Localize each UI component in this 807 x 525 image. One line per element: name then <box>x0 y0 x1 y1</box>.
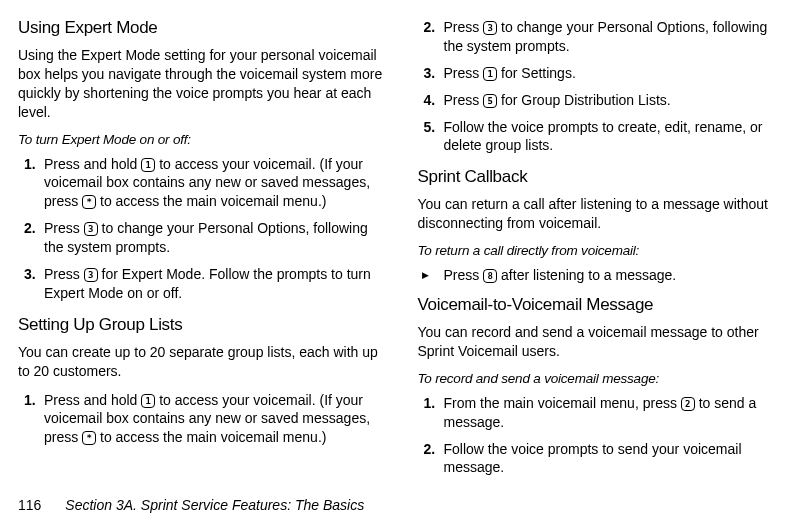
step-text: Follow the voice prompts to send your vo… <box>444 441 742 476</box>
subhead-callback: To return a call directly from voicemail… <box>418 243 790 258</box>
step-item: Follow the voice prompts to create, edit… <box>418 118 790 156</box>
step-text: to access the main voicemail menu.) <box>96 193 326 209</box>
key-star-icon: * <box>82 195 96 209</box>
key-star-icon: * <box>82 431 96 445</box>
step-text: Follow the voice prompts to create, edit… <box>444 119 763 154</box>
steps-expert-mode: Press and hold 1 to access your voicemai… <box>18 155 390 303</box>
step-item: Press 3 to change your Personal Options,… <box>18 219 390 257</box>
step-text: Press and hold <box>44 392 141 408</box>
step-text: Press <box>444 92 484 108</box>
key-2-icon: 2 <box>681 397 695 411</box>
intro-vm-to-vm: You can record and send a voicemail mess… <box>418 323 790 361</box>
step-text: Press <box>44 266 84 282</box>
steps-group-lists-cont: Press 3 to change your Personal Options,… <box>418 18 790 155</box>
step-item: Press 5 for Group Distribution Lists. <box>418 91 790 110</box>
step-text: after listening to a message. <box>497 267 676 283</box>
step-text: Press <box>444 65 484 81</box>
content-columns: Using Expert Mode Using the Expert Mode … <box>18 18 789 478</box>
step-text: to access the main voicemail menu.) <box>96 429 326 445</box>
heading-expert-mode: Using Expert Mode <box>18 18 390 38</box>
step-text: Press and hold <box>44 156 141 172</box>
steps-vm-to-vm: From the main voicemail menu, press 2 to… <box>418 394 790 478</box>
key-3-icon: 3 <box>84 222 98 236</box>
step-text: Press <box>444 267 484 283</box>
page-footer: 116Section 3A. Sprint Service Features: … <box>18 497 364 513</box>
intro-group-lists: You can create up to 20 separate group l… <box>18 343 390 381</box>
step-item: Follow the voice prompts to send your vo… <box>418 440 790 478</box>
page-number: 116 <box>18 497 41 513</box>
steps-group-lists: Press and hold 1 to access your voicemai… <box>18 391 390 448</box>
step-item: Press 1 for Settings. <box>418 64 790 83</box>
step-text: for Group Distribution Lists. <box>497 92 671 108</box>
key-3-icon: 3 <box>84 268 98 282</box>
section-title-footer: Section 3A. Sprint Service Features: The… <box>65 497 364 513</box>
subhead-vm-record: To record and send a voicemail message: <box>418 371 790 386</box>
heading-sprint-callback: Sprint Callback <box>418 167 790 187</box>
heading-group-lists: Setting Up Group Lists <box>18 315 390 335</box>
step-item: Press and hold 1 to access your voicemai… <box>18 155 390 212</box>
key-1-icon: 1 <box>141 158 155 172</box>
key-1-icon: 1 <box>141 394 155 408</box>
step-text: From the main voicemail menu, press <box>444 395 681 411</box>
right-column: Press 3 to change your Personal Options,… <box>418 18 790 478</box>
left-column: Using Expert Mode Using the Expert Mode … <box>18 18 390 478</box>
step-item: Press and hold 1 to access your voicemai… <box>18 391 390 448</box>
key-1-icon: 1 <box>483 67 497 81</box>
step-text: Press <box>44 220 84 236</box>
intro-expert-mode: Using the Expert Mode setting for your p… <box>18 46 390 122</box>
heading-vm-to-vm: Voicemail-to-Voicemail Message <box>418 295 790 315</box>
subhead-expert-toggle: To turn Expert Mode on or off: <box>18 132 390 147</box>
key-5-icon: 5 <box>483 94 497 108</box>
step-item: Press 3 to change your Personal Options,… <box>418 18 790 56</box>
step-text: Press <box>444 19 484 35</box>
step-text: for Settings. <box>497 65 576 81</box>
key-3-icon: 3 <box>483 21 497 35</box>
intro-sprint-callback: You can return a call after listening to… <box>418 195 790 233</box>
step-item: Press 3 for Expert Mode. Follow the prom… <box>18 265 390 303</box>
step-item: From the main voicemail menu, press 2 to… <box>418 394 790 432</box>
bullet-item: Press 8 after listening to a message. <box>418 266 790 285</box>
key-8-icon: 8 <box>483 269 497 283</box>
